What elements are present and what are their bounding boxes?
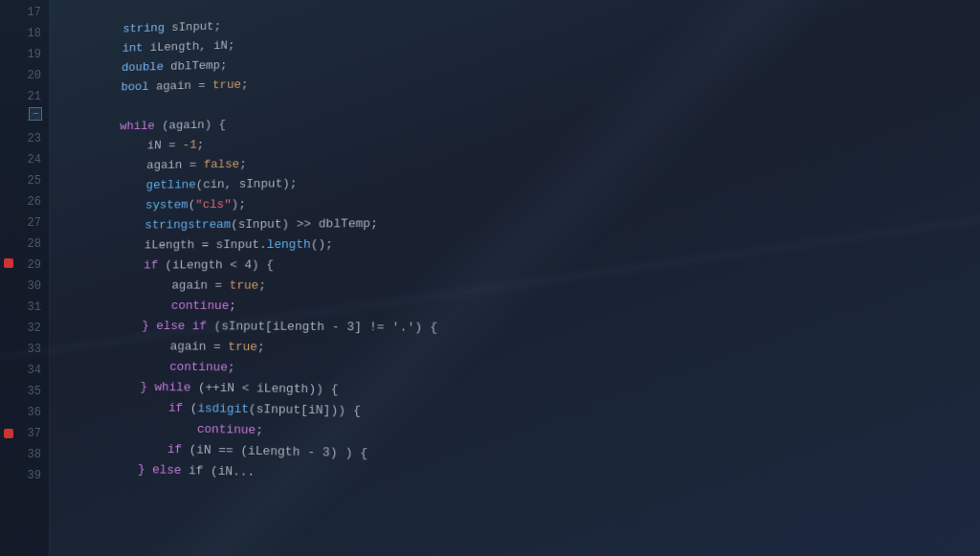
line-number-24: 24 xyxy=(28,149,41,170)
line-number-26: 26 xyxy=(28,191,41,212)
code-line-28: iLength = sInput.length(); xyxy=(88,232,980,256)
code-editor: string sInput; int iLength, iN; double d… xyxy=(64,0,980,556)
line-number-21: 21 xyxy=(28,86,41,107)
line-number-32: 32 xyxy=(28,318,41,339)
line-number-gutter: − 17181920212223242526272829303132333435… xyxy=(0,0,50,556)
line-number-17: 17 xyxy=(28,2,41,23)
line-number-23: 23 xyxy=(28,128,41,149)
line-number-31: 31 xyxy=(28,297,41,318)
line-number-39: 39 xyxy=(28,465,41,486)
code-line-30: again = true; xyxy=(86,276,980,298)
line-number-37: 37 xyxy=(28,423,41,444)
line-number-25: 25 xyxy=(28,170,41,191)
line-number-27: 27 xyxy=(28,212,41,234)
line-number-35: 35 xyxy=(28,381,41,402)
line-number-19: 19 xyxy=(28,44,41,65)
line-number-29: 29 xyxy=(28,255,41,276)
fold-indicator[interactable]: − xyxy=(29,107,42,121)
code-line-29: if (iLength < 4) { xyxy=(87,254,980,276)
line-number-28: 28 xyxy=(28,234,41,255)
line-number-34: 34 xyxy=(28,360,41,381)
line-number-18: 18 xyxy=(28,23,41,44)
line-number-20: 20 xyxy=(28,65,41,86)
line-number-33: 33 xyxy=(28,339,41,360)
gutter-marker-2 xyxy=(4,429,13,438)
editor-container: − 17181920212223242526272829303132333435… xyxy=(0,0,980,556)
line-number-36: 36 xyxy=(28,402,41,423)
line-number-38: 38 xyxy=(28,444,41,465)
line-number-30: 30 xyxy=(28,276,41,297)
gutter-marker-1 xyxy=(4,258,13,268)
